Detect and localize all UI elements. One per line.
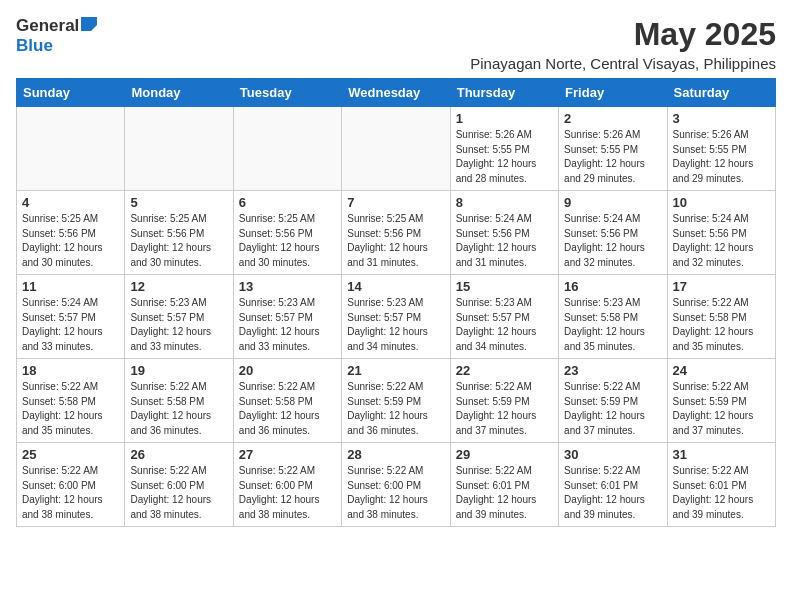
day-info: Sunrise: 5:22 AM Sunset: 6:01 PM Dayligh…	[456, 464, 553, 522]
day-number: 2	[564, 111, 661, 126]
header-monday: Monday	[125, 79, 233, 107]
day-info: Sunrise: 5:22 AM Sunset: 5:58 PM Dayligh…	[22, 380, 119, 438]
day-number: 12	[130, 279, 227, 294]
svg-marker-0	[81, 17, 97, 31]
week-row-4: 18Sunrise: 5:22 AM Sunset: 5:58 PM Dayli…	[17, 359, 776, 443]
day-number: 6	[239, 195, 336, 210]
calendar-cell: 31Sunrise: 5:22 AM Sunset: 6:01 PM Dayli…	[667, 443, 775, 527]
day-info: Sunrise: 5:25 AM Sunset: 5:56 PM Dayligh…	[239, 212, 336, 270]
header-wednesday: Wednesday	[342, 79, 450, 107]
calendar-cell: 16Sunrise: 5:23 AM Sunset: 5:58 PM Dayli…	[559, 275, 667, 359]
header-sunday: Sunday	[17, 79, 125, 107]
calendar-cell: 10Sunrise: 5:24 AM Sunset: 5:56 PM Dayli…	[667, 191, 775, 275]
calendar-cell: 11Sunrise: 5:24 AM Sunset: 5:57 PM Dayli…	[17, 275, 125, 359]
subtitle: Pinayagan Norte, Central Visayas, Philip…	[470, 55, 776, 72]
day-number: 13	[239, 279, 336, 294]
title-area: May 2025 Pinayagan Norte, Central Visaya…	[470, 16, 776, 72]
day-info: Sunrise: 5:22 AM Sunset: 5:58 PM Dayligh…	[130, 380, 227, 438]
calendar-cell: 6Sunrise: 5:25 AM Sunset: 5:56 PM Daylig…	[233, 191, 341, 275]
calendar: SundayMondayTuesdayWednesdayThursdayFrid…	[16, 78, 776, 527]
day-number: 25	[22, 447, 119, 462]
day-number: 26	[130, 447, 227, 462]
day-info: Sunrise: 5:23 AM Sunset: 5:57 PM Dayligh…	[130, 296, 227, 354]
logo-blue: Blue	[16, 36, 53, 55]
calendar-cell: 25Sunrise: 5:22 AM Sunset: 6:00 PM Dayli…	[17, 443, 125, 527]
day-info: Sunrise: 5:22 AM Sunset: 6:00 PM Dayligh…	[22, 464, 119, 522]
day-number: 7	[347, 195, 444, 210]
day-number: 11	[22, 279, 119, 294]
header-saturday: Saturday	[667, 79, 775, 107]
calendar-cell: 1Sunrise: 5:26 AM Sunset: 5:55 PM Daylig…	[450, 107, 558, 191]
calendar-cell: 18Sunrise: 5:22 AM Sunset: 5:58 PM Dayli…	[17, 359, 125, 443]
day-info: Sunrise: 5:25 AM Sunset: 5:56 PM Dayligh…	[130, 212, 227, 270]
calendar-cell: 17Sunrise: 5:22 AM Sunset: 5:58 PM Dayli…	[667, 275, 775, 359]
day-info: Sunrise: 5:23 AM Sunset: 5:57 PM Dayligh…	[456, 296, 553, 354]
day-number: 31	[673, 447, 770, 462]
day-number: 18	[22, 363, 119, 378]
day-number: 15	[456, 279, 553, 294]
day-info: Sunrise: 5:22 AM Sunset: 6:01 PM Dayligh…	[673, 464, 770, 522]
day-info: Sunrise: 5:22 AM Sunset: 5:58 PM Dayligh…	[239, 380, 336, 438]
day-number: 17	[673, 279, 770, 294]
day-info: Sunrise: 5:24 AM Sunset: 5:56 PM Dayligh…	[564, 212, 661, 270]
logo-general: General	[16, 16, 79, 36]
day-number: 20	[239, 363, 336, 378]
header-tuesday: Tuesday	[233, 79, 341, 107]
day-info: Sunrise: 5:22 AM Sunset: 6:00 PM Dayligh…	[130, 464, 227, 522]
calendar-cell: 7Sunrise: 5:25 AM Sunset: 5:56 PM Daylig…	[342, 191, 450, 275]
calendar-cell: 9Sunrise: 5:24 AM Sunset: 5:56 PM Daylig…	[559, 191, 667, 275]
week-row-3: 11Sunrise: 5:24 AM Sunset: 5:57 PM Dayli…	[17, 275, 776, 359]
day-info: Sunrise: 5:26 AM Sunset: 5:55 PM Dayligh…	[456, 128, 553, 186]
day-info: Sunrise: 5:23 AM Sunset: 5:57 PM Dayligh…	[347, 296, 444, 354]
header-thursday: Thursday	[450, 79, 558, 107]
day-info: Sunrise: 5:25 AM Sunset: 5:56 PM Dayligh…	[347, 212, 444, 270]
week-row-1: 1Sunrise: 5:26 AM Sunset: 5:55 PM Daylig…	[17, 107, 776, 191]
calendar-cell: 27Sunrise: 5:22 AM Sunset: 6:00 PM Dayli…	[233, 443, 341, 527]
day-info: Sunrise: 5:23 AM Sunset: 5:57 PM Dayligh…	[239, 296, 336, 354]
day-info: Sunrise: 5:26 AM Sunset: 5:55 PM Dayligh…	[673, 128, 770, 186]
calendar-cell: 8Sunrise: 5:24 AM Sunset: 5:56 PM Daylig…	[450, 191, 558, 275]
calendar-cell: 15Sunrise: 5:23 AM Sunset: 5:57 PM Dayli…	[450, 275, 558, 359]
day-info: Sunrise: 5:22 AM Sunset: 5:59 PM Dayligh…	[456, 380, 553, 438]
logo-triangle-icon	[81, 17, 97, 35]
day-number: 10	[673, 195, 770, 210]
day-number: 24	[673, 363, 770, 378]
calendar-cell	[125, 107, 233, 191]
calendar-cell: 3Sunrise: 5:26 AM Sunset: 5:55 PM Daylig…	[667, 107, 775, 191]
day-info: Sunrise: 5:26 AM Sunset: 5:55 PM Dayligh…	[564, 128, 661, 186]
day-number: 21	[347, 363, 444, 378]
day-number: 27	[239, 447, 336, 462]
calendar-cell: 22Sunrise: 5:22 AM Sunset: 5:59 PM Dayli…	[450, 359, 558, 443]
day-number: 8	[456, 195, 553, 210]
day-info: Sunrise: 5:22 AM Sunset: 5:59 PM Dayligh…	[564, 380, 661, 438]
calendar-cell: 29Sunrise: 5:22 AM Sunset: 6:01 PM Dayli…	[450, 443, 558, 527]
week-row-5: 25Sunrise: 5:22 AM Sunset: 6:00 PM Dayli…	[17, 443, 776, 527]
day-number: 23	[564, 363, 661, 378]
day-info: Sunrise: 5:22 AM Sunset: 5:59 PM Dayligh…	[673, 380, 770, 438]
day-number: 1	[456, 111, 553, 126]
day-number: 19	[130, 363, 227, 378]
day-info: Sunrise: 5:23 AM Sunset: 5:58 PM Dayligh…	[564, 296, 661, 354]
calendar-cell: 23Sunrise: 5:22 AM Sunset: 5:59 PM Dayli…	[559, 359, 667, 443]
day-info: Sunrise: 5:25 AM Sunset: 5:56 PM Dayligh…	[22, 212, 119, 270]
day-info: Sunrise: 5:24 AM Sunset: 5:56 PM Dayligh…	[673, 212, 770, 270]
day-number: 28	[347, 447, 444, 462]
calendar-cell: 19Sunrise: 5:22 AM Sunset: 5:58 PM Dayli…	[125, 359, 233, 443]
calendar-cell: 20Sunrise: 5:22 AM Sunset: 5:58 PM Dayli…	[233, 359, 341, 443]
calendar-cell: 21Sunrise: 5:22 AM Sunset: 5:59 PM Dayli…	[342, 359, 450, 443]
day-info: Sunrise: 5:22 AM Sunset: 5:59 PM Dayligh…	[347, 380, 444, 438]
day-number: 5	[130, 195, 227, 210]
day-number: 16	[564, 279, 661, 294]
calendar-cell	[17, 107, 125, 191]
calendar-cell	[233, 107, 341, 191]
day-info: Sunrise: 5:24 AM Sunset: 5:56 PM Dayligh…	[456, 212, 553, 270]
calendar-cell	[342, 107, 450, 191]
day-number: 3	[673, 111, 770, 126]
day-info: Sunrise: 5:24 AM Sunset: 5:57 PM Dayligh…	[22, 296, 119, 354]
calendar-cell: 4Sunrise: 5:25 AM Sunset: 5:56 PM Daylig…	[17, 191, 125, 275]
day-number: 30	[564, 447, 661, 462]
header-friday: Friday	[559, 79, 667, 107]
header: General Blue May 2025 Pinayagan Norte, C…	[16, 16, 776, 72]
logo: General Blue	[16, 16, 97, 56]
calendar-cell: 30Sunrise: 5:22 AM Sunset: 6:01 PM Dayli…	[559, 443, 667, 527]
